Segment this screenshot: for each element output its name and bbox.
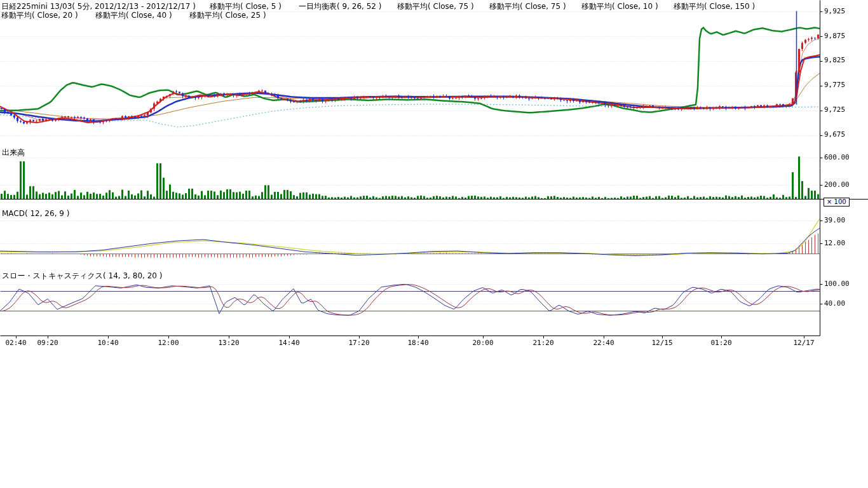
- indicator-legend-ma40: 移動平均( Close, 40 ): [95, 10, 172, 21]
- indicator-legend-ma10: 移動平均( Close, 10 ): [581, 1, 658, 12]
- indicator-legend-ma150: 移動平均( Close, 150 ): [674, 1, 755, 12]
- indicator-legend-ma75b: 移動平均( Close, 75 ): [489, 1, 566, 12]
- indicator-legend-ma20: 移動平均( Close, 20 ): [1, 10, 78, 21]
- macd-multiplier-badge: × 100: [824, 198, 850, 207]
- volume-pane-label: 出来高: [2, 147, 25, 158]
- price-chart-canvas[interactable]: [0, 0, 868, 356]
- chart-app-window: 日経225mini 13/03( 5分, 2012/12/13 - 2012/1…: [0, 0, 868, 488]
- indicator-legend-ma25: 移動平均( Close, 25 ): [189, 10, 266, 21]
- indicator-legend-ichimoku: 一目均衡表( 9, 26, 52 ): [299, 1, 381, 12]
- stochastics-pane-label: スロー・ストキャスティクス( 14, 3, 80, 20 ): [2, 271, 162, 281]
- indicator-legend-ma75a: 移動平均( Close, 75 ): [397, 1, 474, 12]
- macd-pane-label: MACD( 12, 26, 9 ): [2, 209, 69, 218]
